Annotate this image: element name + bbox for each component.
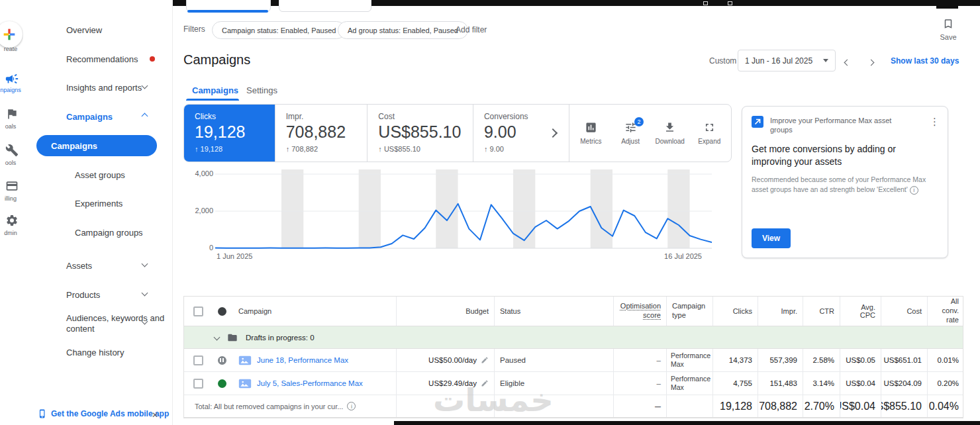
clicks-value: 14,373 (712, 349, 758, 371)
clicks-line-chart (215, 165, 712, 253)
mobile-app-promo-link[interactable]: Get the Google Ads mobile app (38, 409, 169, 418)
download-icon (663, 121, 676, 134)
rail-item-billing[interactable]: illing (0, 179, 23, 202)
adjust-button[interactable]: 2 Adjust (612, 121, 648, 145)
cost-value: US$204.09 (881, 372, 927, 395)
drafts-label: Drafts in progress: 0 (246, 334, 315, 342)
scorecard-value: 708,882 (286, 122, 357, 142)
tools-wrench-icon (5, 144, 19, 157)
expand-icon (703, 121, 716, 134)
enabled-status-icon[interactable] (218, 379, 226, 388)
more-metrics-chevron[interactable] (538, 105, 569, 162)
select-all-checkbox[interactable] (193, 307, 203, 316)
cutoff-segment-button-2[interactable] (279, 0, 371, 12)
filter-chip-campaign-status[interactable]: Campaign status: Enabled, Paused (212, 21, 346, 39)
sidebar-item-campaign-groups[interactable]: Campaign groups (75, 228, 143, 238)
scorecard-cost[interactable]: Cost US$855.10 ↑ US$855.10 (368, 105, 473, 162)
column-header-opt-score[interactable]: Optimisation score (613, 297, 666, 326)
sidebar-item-campaigns-selected[interactable]: Campaigns (36, 135, 157, 156)
conv-rate-value: 0.01% (927, 349, 964, 371)
page-title: Campaigns (183, 52, 250, 68)
tool-label: Adjust (612, 138, 648, 145)
campaign-link[interactable]: July 5, Sales-Performance Max (257, 379, 363, 387)
campaign-link[interactable]: June 18, Performance Max (257, 356, 348, 364)
billing-card-icon (5, 179, 19, 193)
paused-status-icon[interactable] (218, 356, 226, 365)
x-axis-end-label: 16 Jul 2025 (661, 252, 702, 260)
more-vertical-icon[interactable]: ⋮ (930, 116, 940, 128)
row-checkbox[interactable] (193, 355, 203, 365)
column-header-budget[interactable]: Budget (396, 297, 494, 326)
sidebar-item-experiments[interactable]: Experiments (75, 199, 122, 209)
info-icon[interactable]: i (347, 402, 356, 410)
y-axis-tick: 0 (187, 244, 213, 252)
column-header-cost[interactable]: Cost (881, 297, 927, 326)
tab-settings[interactable]: Settings (246, 85, 277, 95)
save-button[interactable]: Save (935, 18, 961, 41)
rail-item-admin[interactable]: dmin (0, 214, 23, 236)
column-header-clicks[interactable]: Clicks (712, 297, 758, 326)
status-circle-icon (218, 307, 226, 316)
x-axis-start-label: 1 Jun 2025 (217, 252, 252, 260)
rail-campaigns-label: npaigns (0, 87, 23, 93)
sidebar-item-assets[interactable]: Assets (66, 261, 92, 271)
column-header-all-conv-rate[interactable]: All conv. rate (927, 297, 964, 326)
column-header-campaign[interactable]: Campaign (232, 297, 396, 326)
sidebar-item-recommendations[interactable]: Recommendations (66, 54, 138, 64)
sidebar-item-audiences[interactable]: Audiences, keywords and content (66, 313, 166, 334)
download-button[interactable]: Download (652, 121, 688, 145)
collapse-chevron-icon[interactable] (214, 334, 220, 341)
edit-pencil-icon[interactable] (481, 356, 489, 364)
table-row: July 5, Sales-Performance Max US$29.49/d… (184, 372, 963, 395)
expand-button[interactable]: Expand (691, 121, 727, 145)
rail-item-tools[interactable]: ools (0, 144, 23, 166)
opt-score-value: – (613, 349, 666, 371)
sidebar-section-campaigns[interactable]: Campaigns (66, 112, 113, 122)
scorecard-label: Conversions (484, 112, 527, 121)
sidebar-item-asset-groups[interactable]: Asset groups (75, 170, 125, 180)
show-last-30-days-link[interactable]: Show last 30 days (891, 56, 959, 66)
row-checkbox[interactable] (193, 379, 203, 389)
scorecard-clicks[interactable]: Clicks 19,128 ↑ 19,128 (184, 105, 275, 162)
column-header-ctr[interactable]: CTR (803, 297, 840, 326)
column-header-avg-cpc[interactable]: Avg. CPC (840, 297, 881, 326)
rail-item-campaigns[interactable]: npaigns (0, 71, 23, 93)
column-header-impressions[interactable]: Impr. (758, 297, 803, 326)
previous-period-button[interactable] (845, 56, 850, 68)
sidebar-item-overview[interactable]: Overview (66, 25, 102, 35)
scorecard-value: US$855.10 (378, 122, 462, 142)
view-button[interactable]: View (752, 228, 791, 248)
bottom-black-bar (394, 421, 980, 425)
create-button[interactable] (0, 21, 23, 48)
rail-admin-label: dmin (0, 230, 23, 236)
rail-item-create[interactable]: reate (0, 46, 23, 52)
next-period-button[interactable] (869, 56, 873, 68)
date-range-value: 1 Jun - 16 Jul 2025 (745, 56, 812, 66)
column-header-campaign-type[interactable]: Campaign type (666, 297, 712, 326)
total-cost: US$855.10 (881, 395, 927, 417)
left-nav-rail: reate npaigns oals ools illing dmin (0, 0, 23, 425)
rail-goals-label: oals (0, 123, 23, 130)
scorecard-delta: 9.00 (489, 145, 503, 153)
sidebar-item-change-history[interactable]: Change history (66, 348, 124, 357)
save-bookmark-icon (942, 18, 954, 30)
table-row: June 18, Performance Max US$50.00/day Pa… (184, 349, 963, 372)
close-icon[interactable]: ✕ (152, 410, 158, 420)
add-filter-button[interactable]: Add filter (456, 25, 487, 34)
sidebar-item-products[interactable]: Products (66, 290, 100, 300)
tool-label: Expand (691, 138, 727, 145)
y-axis-tick: 2,000 (187, 207, 213, 214)
filter-chip-ad-group-status[interactable]: Ad group status: Enabled, Paused (338, 21, 468, 39)
scorecard-impressions[interactable]: Impr. 708,882 ↑ 708,882 (275, 105, 368, 162)
date-range-picker[interactable]: 1 Jun - 16 Jul 2025 (738, 50, 836, 71)
column-header-status[interactable]: Status (494, 297, 613, 326)
info-icon[interactable]: i (910, 186, 918, 195)
up-arrow-icon: ↑ (484, 145, 488, 153)
scorecard-label: Clicks (195, 112, 264, 121)
tab-campaigns[interactable]: Campaigns (192, 85, 238, 95)
rail-item-goals[interactable]: oals (0, 107, 23, 130)
scorecard-conversions[interactable]: Conversions 9.00 ↑ 9.00 (473, 105, 538, 162)
sidebar-item-insights-and-reports[interactable]: Insights and reports (66, 83, 142, 93)
scorecard-delta: 19,128 (201, 145, 223, 153)
metrics-button[interactable]: Metrics (573, 121, 609, 145)
